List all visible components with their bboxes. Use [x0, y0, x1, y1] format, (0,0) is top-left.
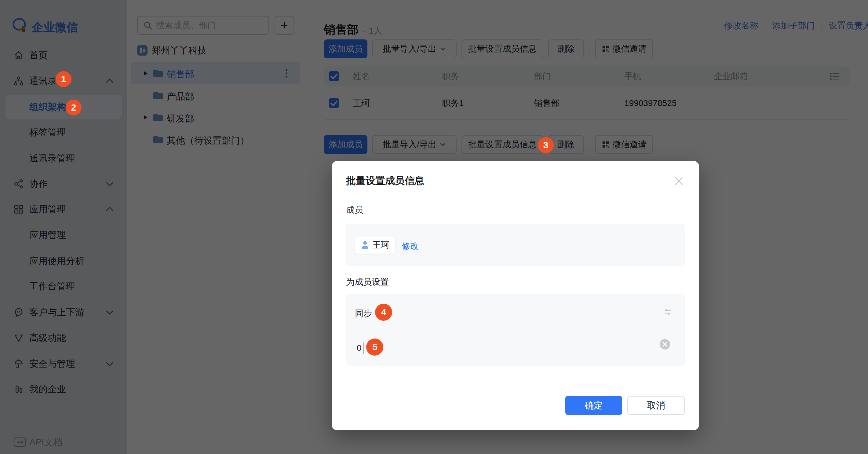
clear-input-icon[interactable]	[659, 338, 671, 350]
text-cursor	[363, 342, 364, 354]
member-chip-name: 王珂	[372, 239, 390, 251]
annotation-badge-4: 4	[375, 304, 392, 321]
annotation-badge-2: 2	[66, 100, 82, 116]
custom-field-input[interactable]: 0	[346, 330, 685, 366]
custom-field-value: 0	[357, 343, 362, 353]
close-icon[interactable]	[674, 176, 684, 186]
modal-title: 批量设置成员信息	[346, 174, 424, 188]
swap-icon	[662, 307, 673, 317]
annotation-badge-3: 3	[538, 137, 554, 153]
cancel-button[interactable]: 取消	[627, 396, 685, 415]
person-icon	[361, 240, 369, 250]
sync-field-value: 同步	[355, 308, 372, 319]
edit-members-link[interactable]: 修改	[402, 240, 419, 252]
settings-section-label: 为成员设置	[346, 276, 389, 288]
confirm-button[interactable]: 确定	[565, 396, 622, 415]
button-label: 确定	[585, 399, 603, 412]
member-section-label: 成员	[346, 204, 363, 216]
member-chip[interactable]: 王珂	[355, 236, 395, 254]
annotation-badge-1: 1	[56, 71, 71, 87]
button-label: 取消	[647, 399, 665, 412]
member-panel: 王珂 修改	[346, 224, 685, 266]
annotation-badge-5: 5	[366, 338, 383, 356]
wework-admin-screen: 企业微信 首页 通讯录 组织架构 标签管理 通讯录管	[0, 0, 868, 454]
sync-field[interactable]: 同步	[346, 294, 685, 330]
batch-set-modal: 批量设置成员信息 成员 王珂 修改 为成员设置 同步	[332, 161, 699, 430]
settings-panel: 同步 0	[346, 294, 685, 366]
